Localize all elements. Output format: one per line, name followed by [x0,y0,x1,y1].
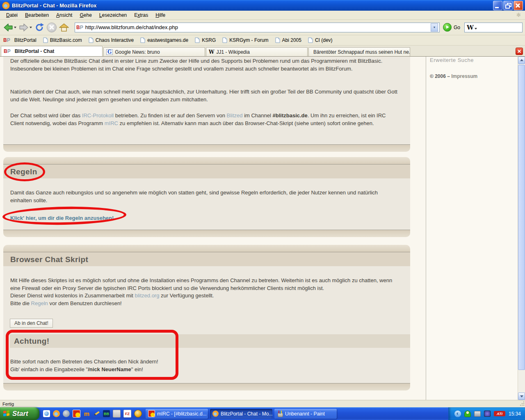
regeln-heading: Regeln [3,164,410,179]
go-button[interactable]: Go [443,23,460,32]
collapse-chevron-icon[interactable] [454,411,461,417]
go-icon [443,23,452,32]
bookmark-ksrgym-forum[interactable]: KSRGym - Forum [222,37,268,43]
menu-extras[interactable]: Extras [130,11,152,19]
home-icon [59,23,69,32]
page-icon [43,37,48,43]
copyright-text: © 2006 – Impressum [430,73,477,79]
forward-button[interactable] [18,22,33,33]
menu-bar: Datei Bearbeiten Ansicht Gehe Lesezeiche… [0,11,525,20]
impressum-link[interactable]: Impressum [451,73,477,79]
menu-ansicht[interactable]: Ansicht [52,11,76,19]
pencil-icon[interactable] [93,410,100,417]
regeln-section: Regeln Damit das Ganze auch reibungslos … [3,157,410,237]
tab-google-news[interactable]: G Google News: bruno [103,47,205,56]
tab-wikipedia[interactable]: W JJ1 - Wikipedia [206,47,308,56]
icq-tray-icon[interactable] [464,411,471,417]
taskbar-window-paint[interactable]: Unbenannt - Paint [274,409,337,419]
mirc-icon [148,410,155,417]
mirc-icon[interactable] [73,410,80,418]
bookmark-blitzbasic[interactable]: BlitzBasic.com [43,37,82,43]
menu-datei[interactable]: Datei [2,11,21,19]
reload-button[interactable] [34,22,45,33]
wikipedia-search-icon[interactable]: W [467,24,474,31]
bookmark-abi-2005[interactable]: Abi 2005 [275,37,301,43]
back-dropdown-icon[interactable] [14,27,16,28]
reload-icon [34,23,44,32]
annotation-circle-regeln [4,162,45,181]
scroll-down-button[interactable] [518,393,525,400]
menu-hilfe[interactable]: Hilfe [152,11,169,19]
taskbar-window-mirc[interactable]: mIRC - [#blitzbasic.d... [146,409,208,419]
page-content: Der offizielle deutsche BlitzBasic Chat … [0,57,425,400]
intro-paragraph-2: Natürlich dient der Chat auch, wie man s… [10,88,401,103]
tab-blitzportal-chat[interactable]: BP BlitzPortal - Chat [1,46,103,56]
url-input[interactable] [85,24,431,30]
google-favicon: G [106,49,113,55]
section-bottom-cap [3,144,410,152]
bookmark-ksrg[interactable]: KSRG [195,37,216,43]
blitzbasic-icon[interactable]: BB [103,410,110,417]
stop-icon [47,23,57,32]
page-icon [89,37,94,43]
mirc-link[interactable]: mIRC [105,120,118,126]
hardware-tray-icon[interactable] [474,411,481,417]
stop-button[interactable] [46,22,57,33]
tab-baerentoeter[interactable]: Bärentöter Schnappauf muss seinen Hut ne… [308,47,410,56]
firefox-icon[interactable] [53,410,60,417]
url-bar[interactable]: BP [75,23,440,32]
ati-tray-icon[interactable]: ATI [494,411,505,416]
forward-dropdown-icon[interactable] [30,27,32,28]
menu-bearbeiten[interactable]: Bearbeiten [21,11,52,19]
blitzed-link[interactable]: Blitzed [227,112,243,119]
section-bottom-cap [3,383,410,390]
navigation-toolbar: BP Go W [0,20,525,35]
regeln-inline-link[interactable]: Regeln [31,300,48,306]
intro-section: Der offizielle deutsche BlitzBasic Chat … [3,57,410,152]
page-icon [275,37,280,43]
page-icon [140,37,145,43]
browser-icon[interactable] [43,410,50,417]
resize-grip[interactable] [519,402,524,406]
bookmark-eastwestgames[interactable]: eastwestgames.de [140,37,188,43]
start-button[interactable]: Start [0,407,39,420]
right-sidebar: Erweiterte Suche © 2006 – Impressum [426,57,518,400]
irc-protokoll-link[interactable]: IRC-Protokoll [82,112,114,119]
miranda-icon[interactable] [83,410,90,417]
window-icon[interactable] [113,410,121,418]
coin-icon[interactable] [134,410,142,418]
display-tray-icon[interactable] [484,411,491,417]
bookmark-chaos-interactive[interactable]: Chaos Interactive [89,37,134,43]
firefox-icon [212,411,219,417]
restore-button[interactable] [503,1,513,10]
scroll-up-button[interactable] [518,57,525,64]
minimize-button[interactable] [493,1,502,10]
bookmark-ci-dev[interactable]: CI (dev) [308,37,333,43]
intro-paragraph-3: Der Chat selbst wird über das IRC-Protok… [10,112,401,127]
search-input[interactable]: W [464,23,523,32]
enter-chat-button[interactable]: Ab in den Chat! [10,319,53,328]
throbber-icon [516,12,522,18]
status-text: Fertig [2,402,14,406]
back-button[interactable] [2,22,17,33]
close-tab-button[interactable] [516,48,523,55]
messenger-icon[interactable] [63,410,70,417]
home-button[interactable] [58,22,70,33]
filezilla-icon[interactable]: FZ [123,410,131,418]
wikipedia-favicon: W [209,49,214,55]
advanced-search-link[interactable]: Erweiterte Suche [430,57,474,63]
title-bar: BlitzPortal - Chat - Mozilla Firefox [0,0,525,11]
menu-gehe[interactable]: Gehe [76,11,95,19]
bookmark-blitzportal[interactable]: BP BlitzPortal [3,37,37,43]
forward-arrow-icon [19,23,29,32]
scrollbar-thumb[interactable] [518,65,525,370]
taskbar-window-firefox[interactable]: BlitzPortal - Chat - Mo... [210,409,272,419]
close-button[interactable] [514,1,523,10]
blitzed-org-link[interactable]: blitzed.org [135,292,159,299]
bookmarks-toolbar: BP BlitzPortal BlitzBasic.com Chaos Inte… [0,35,525,46]
url-dropdown-icon[interactable] [431,23,438,32]
vertical-scrollbar[interactable] [518,57,525,400]
menu-lesezeichen[interactable]: Lesezeichen [96,11,130,19]
system-tray: ATI 15:34 [448,407,525,420]
search-engine-dropdown-icon[interactable] [475,28,477,30]
